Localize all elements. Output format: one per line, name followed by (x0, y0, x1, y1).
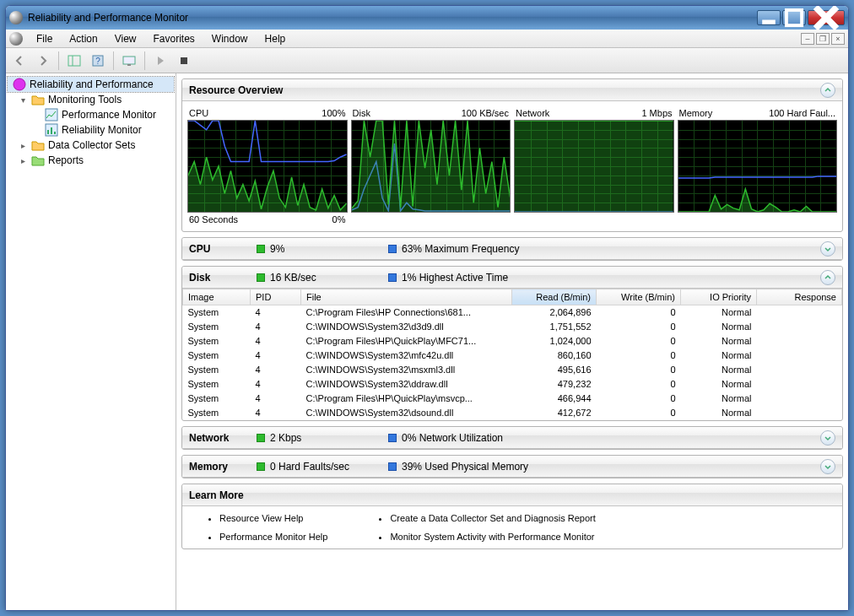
table-row[interactable]: System4C:\WINDOWS\System32\mfc42u.dll860… (183, 349, 842, 363)
learn-link-a[interactable]: Resource View Help (219, 513, 303, 523)
menu-help[interactable]: Help (257, 31, 295, 46)
tree-data-collector-sets[interactable]: ▸ Data Collector Sets (8, 138, 174, 153)
col-io[interactable]: IO Priority (681, 289, 757, 305)
toolbar: ? (6, 48, 848, 73)
svg-rect-15 (51, 127, 52, 134)
col-write[interactable]: Write (B/min) (597, 289, 681, 305)
chart-canvas (187, 120, 348, 213)
chart-network: Network1 Mbps (514, 106, 674, 226)
table-row[interactable]: System4C:\Program Files\HP\QuickPlay\msv… (183, 392, 842, 406)
memory-panel: Memory 0 Hard Faults/sec 39% Used Physic… (181, 455, 843, 478)
svg-rect-10 (181, 57, 187, 64)
col-image[interactable]: Image (183, 289, 251, 305)
table-row[interactable]: System4C:\WINDOWS\System32\ddraw.dll479,… (183, 377, 842, 392)
properties-button[interactable]: ? (88, 51, 108, 71)
svg-rect-9 (127, 64, 131, 66)
monitor-icon-button[interactable] (119, 51, 139, 71)
mdi-close-button[interactable]: × (831, 33, 845, 45)
tree-root-label: Reliability and Performance (30, 78, 154, 90)
collapse-button[interactable] (820, 83, 835, 98)
mdi-restore-button[interactable]: ❐ (816, 33, 830, 45)
disk-panel: Disk 16 KB/sec 1% Highest Active Time Im… (181, 266, 843, 421)
stop-button[interactable] (174, 51, 194, 71)
svg-rect-14 (47, 130, 49, 134)
blue-swatch-icon (388, 273, 397, 282)
nav-forward-button[interactable] (33, 51, 53, 71)
menu-favorites[interactable]: Favorites (145, 31, 203, 46)
cpu-title: CPU (189, 243, 257, 255)
chart-label: Network (516, 108, 641, 118)
mdi-minimize-button[interactable]: – (801, 33, 814, 45)
learn-link-b[interactable]: Performance Monitor Help (219, 532, 327, 542)
disk-table-wrap[interactable]: Image PID File Read (B/min) Write (B/min… (182, 289, 842, 420)
expand-icon[interactable]: ▸ (18, 156, 28, 165)
expand-icon[interactable]: ▸ (18, 141, 28, 150)
menu-window[interactable]: Window (203, 31, 257, 46)
table-row[interactable]: System4C:\Program Files\HP\QuickPlay\MFC… (183, 334, 842, 349)
play-button[interactable] (150, 51, 170, 71)
learn-link-c[interactable]: Create a Data Collector Set and Diagnosi… (390, 513, 595, 523)
expand-button[interactable] (820, 241, 835, 257)
chart-min: 0% (332, 214, 346, 224)
green-swatch-icon (257, 434, 265, 442)
navigation-tree[interactable]: Reliability and Performance ▾ Monitoring… (6, 73, 176, 610)
maximize-button[interactable] (782, 10, 806, 25)
cpu-value: 9% (270, 243, 388, 255)
main-content[interactable]: Resource Overview CPU100%60 Seconds0%Dis… (176, 73, 848, 610)
cpu-panel: CPU 9% 63% Maximum Frequency (181, 237, 843, 261)
menu-file[interactable]: File (28, 31, 61, 46)
disk-value2: 1% Highest Active Time (402, 272, 508, 284)
tree-root[interactable]: Reliability and Performance (8, 77, 174, 92)
collapse-button[interactable] (820, 270, 835, 285)
col-read[interactable]: Read (B/min) (512, 289, 597, 305)
expand-button[interactable] (820, 459, 835, 474)
table-row[interactable]: System4C:\WINDOWS\System32\msxml3.dll495… (183, 363, 842, 377)
resource-overview-panel: Resource Overview CPU100%60 Seconds0%Dis… (181, 78, 843, 232)
tree-rel-label: Reliability Monitor (62, 124, 142, 136)
table-row[interactable]: System4C:\WINDOWS\System32\d3d9.dll1,751… (183, 320, 842, 334)
learn-link-d[interactable]: Monitor System Activity with Performance… (390, 532, 594, 542)
menu-action[interactable]: Action (61, 31, 105, 46)
svg-rect-4 (68, 56, 80, 66)
tree-reliability-monitor[interactable]: Reliability Monitor (8, 122, 174, 138)
disk-table[interactable]: Image PID File Read (B/min) Write (B/min… (182, 289, 842, 420)
show-hide-tree-button[interactable] (64, 51, 84, 71)
minimize-button[interactable] (757, 10, 781, 25)
col-pid[interactable]: PID (251, 289, 301, 305)
collapse-icon[interactable]: ▾ (18, 95, 28, 105)
svg-rect-12 (46, 109, 57, 121)
network-title: Network (189, 432, 257, 444)
chart-label: CPU (189, 108, 322, 118)
window-title: Reliability and Performance Monitor (28, 12, 755, 24)
tree-monitoring-tools[interactable]: ▾ Monitoring Tools (8, 92, 174, 107)
chart-canvas (351, 120, 511, 213)
col-file[interactable]: File (301, 289, 512, 305)
app-icon (9, 11, 23, 24)
svg-rect-8 (123, 57, 135, 64)
chart-cpu: CPU100%60 Seconds0% (187, 106, 348, 226)
tree-performance-monitor[interactable]: Performance Monitor (8, 107, 174, 122)
blue-swatch-icon (388, 245, 397, 253)
menubar: File Action View Favorites Window Help –… (6, 30, 848, 48)
tree-dcs-label: Data Collector Sets (48, 139, 135, 151)
table-row[interactable]: System4C:\WINDOWS\System32\dsound.dll412… (183, 406, 842, 420)
menu-view[interactable]: View (106, 31, 145, 46)
learn-more-panel: Learn More Resource View Help Performanc… (181, 484, 843, 549)
chart-icon (45, 108, 58, 122)
table-row[interactable]: System4C:\Program Files\HP Connections\6… (183, 305, 842, 320)
col-resp[interactable]: Response (757, 289, 842, 305)
expand-button[interactable] (820, 430, 835, 446)
blue-swatch-icon (388, 462, 397, 471)
svg-marker-19 (515, 121, 673, 212)
reliability-icon (45, 123, 58, 137)
svg-rect-1 (786, 10, 802, 25)
green-swatch-icon (257, 273, 265, 282)
close-button[interactable] (808, 10, 845, 25)
memory-value2: 39% Used Physical Memory (402, 461, 528, 473)
chart-xlabel: 60 Seconds (189, 214, 332, 224)
titlebar[interactable]: Reliability and Performance Monitor (6, 6, 848, 30)
tree-reports[interactable]: ▸ Reports (8, 153, 174, 168)
tree-perf-label: Performance Monitor (62, 109, 156, 121)
chart-max: 100% (322, 108, 345, 118)
nav-back-button[interactable] (9, 51, 30, 71)
